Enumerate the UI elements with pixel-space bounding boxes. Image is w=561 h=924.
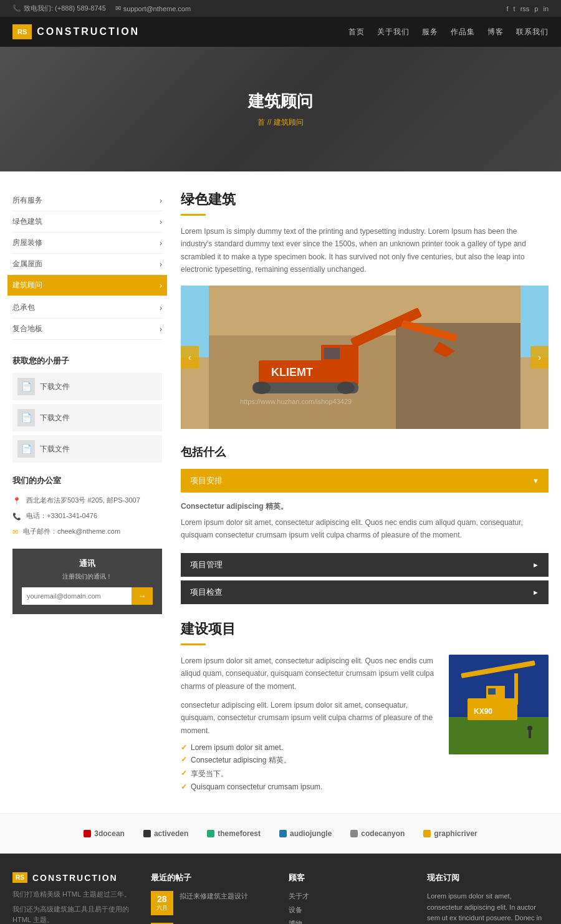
- sidebar: 所有服务 › 绿色建筑 › 房屋装修 › 金属屋面 › 建筑顾问 › 总承包 ›: [12, 190, 162, 794]
- footer-col4-title: 现在订阅: [427, 872, 549, 883]
- email-icon: ✉: [115, 4, 121, 12]
- sidebar-item-flooring[interactable]: 复合地板 ›: [12, 319, 162, 340]
- newsletter-submit[interactable]: →: [132, 587, 153, 605]
- partner-codecanyon: codecanyon: [350, 829, 405, 838]
- svg-rect-3: [396, 323, 520, 429]
- accordion-header-2[interactable]: 项目管理 ►: [181, 553, 549, 577]
- accordion-label-1: 项目安排: [190, 475, 223, 486]
- accordion-header-1[interactable]: 项目安排 ▼: [181, 469, 549, 493]
- main-content: 绿色建筑 Lorem Ipsum is simply dummy text of…: [181, 190, 549, 794]
- office-phone: 📞 电话：+3301-341-0476: [12, 511, 162, 521]
- phone-label: 电话：+3301-341-0476: [26, 511, 97, 521]
- sidebar-item-contractor[interactable]: 总承包 ›: [12, 297, 162, 319]
- social-rss[interactable]: rss: [520, 5, 530, 12]
- svg-rect-19: [488, 688, 496, 695]
- project-section: 建设项目 Lorem ipsum dolor sit amet, consect…: [181, 620, 549, 794]
- footer-links-list: 关于才 设备 博物 博客 接触: [289, 891, 408, 924]
- social-twitter[interactable]: t: [514, 5, 515, 12]
- project-text-2: consectetur adipiscing elit. Lorem ipsum…: [181, 699, 436, 737]
- partner-name: 3docean: [94, 829, 125, 838]
- accordion-body-text: Lorem ipsum dolor sit amet, consectetur …: [181, 516, 549, 542]
- nav-services[interactable]: 服务: [422, 27, 438, 37]
- sidebar-item-green[interactable]: 绿色建筑 ›: [12, 211, 162, 233]
- sidebar-item-label: 所有服务: [12, 195, 42, 206]
- partner-dot: [84, 830, 91, 837]
- section-title-green: 绿色建筑: [181, 190, 549, 209]
- hero-content: 建筑顾问 首 // 建筑顾问: [248, 90, 313, 128]
- partner-dot: [350, 830, 358, 837]
- nav-blog[interactable]: 博客: [487, 27, 504, 37]
- partners-bar: 3docean activeden themeforest audiojungl…: [0, 813, 561, 854]
- newsletter-form: →: [22, 587, 153, 605]
- checklist-item-3: 享受当下。: [181, 769, 436, 779]
- hero-banner: 建筑顾问 首 // 建筑顾问: [0, 47, 561, 171]
- nav-home[interactable]: 首页: [348, 27, 365, 37]
- nav-about[interactable]: 关于我们: [377, 27, 410, 37]
- sidebar-item-renovation[interactable]: 房屋装修 ›: [12, 233, 162, 254]
- sidebar-item-consulting[interactable]: 建筑顾问 ›: [7, 275, 167, 296]
- footer-desc-2: 我们还为高级建筑施工具且易于使用的 HTML 主题。: [12, 904, 132, 924]
- newsletter-input[interactable]: [22, 587, 132, 605]
- download-item-1[interactable]: 📄 下载文件: [12, 373, 162, 400]
- accordion-header-3[interactable]: 项目检查 ►: [181, 580, 549, 604]
- phone-icon: 📞: [12, 513, 21, 521]
- includes-title: 包括什么: [181, 445, 549, 460]
- nav-contact[interactable]: 联系我们: [516, 27, 549, 37]
- sidebar-item-label: 金属屋面: [12, 259, 42, 269]
- footer-logo-box: RS: [12, 872, 27, 883]
- partner-dot: [279, 830, 287, 837]
- footer-link-3[interactable]: 博物: [289, 920, 302, 924]
- partner-name: audiojungle: [290, 829, 332, 838]
- newsletter-subtitle: 注册我们的通讯！: [22, 572, 153, 581]
- sidebar-item-label: 房屋装修: [12, 238, 42, 248]
- top-bar-social: f t rss p in: [507, 5, 549, 12]
- download-item-3[interactable]: 📄 下载文件: [12, 435, 162, 463]
- partner-dot: [207, 830, 214, 837]
- footer-col3-title: 顾客: [289, 872, 408, 883]
- location-icon: 📍: [12, 497, 21, 505]
- arrow-icon: ›: [160, 239, 162, 248]
- arrow-icon: ›: [160, 218, 162, 226]
- carousel-next[interactable]: ›: [530, 346, 549, 368]
- office-address: 📍 西北老布法罗503号 #205, 邮PS-3007: [12, 496, 162, 505]
- sidebar-item-all-services[interactable]: 所有服务 ›: [12, 190, 162, 211]
- arrow-icon: ›: [160, 304, 162, 312]
- social-pinterest[interactable]: p: [534, 5, 538, 12]
- carousel-prev[interactable]: ‹: [181, 346, 199, 368]
- breadcrumb-current: 建筑顾问: [274, 118, 304, 127]
- footer: RS CONSTRUCTION 我们打造精美级 HTML 主题超过三年。 我们还…: [0, 854, 561, 924]
- footer-logo: RS CONSTRUCTION: [12, 872, 132, 883]
- project-text-1: Lorem ipsum dolor sit amet, consectetur …: [181, 655, 436, 693]
- download-label: 下载文件: [40, 382, 70, 392]
- sidebar-item-metal[interactable]: 金属屋面 ›: [12, 254, 162, 275]
- file-icon: 📄: [17, 409, 35, 426]
- main-nav: 首页 关于我们 服务 作品集 博客 联系我们: [348, 27, 549, 37]
- news-text-1: 拟迁来修建筑主题设计: [180, 891, 248, 902]
- news-month-1: 六月: [156, 904, 168, 912]
- file-icon: 📄: [17, 440, 35, 458]
- download-label: 下载文件: [40, 444, 70, 455]
- footer-col-news: 最近的帖子 28 六月 拟迁来修建筑主题设计 28 六月 拟迁来修建筑主题设计: [151, 872, 271, 924]
- footer-link-2[interactable]: 设备: [289, 906, 302, 913]
- logo: RS CONSTRUCTION: [12, 24, 140, 39]
- carousel-image: KLIEMT https://www.huzhan.com/ishop43429: [181, 286, 549, 429]
- accordion-body-1: Consectetur adipiscing 精英。 Lorem ipsum d…: [181, 493, 549, 549]
- news-date-1: 28 六月: [151, 891, 173, 915]
- partner-name: themeforest: [218, 829, 261, 838]
- footer-news-1: 28 六月 拟迁来修建筑主题设计: [151, 891, 271, 915]
- accordion-item-1: 项目安排 ▼ Consectetur adipiscing 精英。 Lorem …: [181, 469, 549, 549]
- footer-col-links: 顾客 关于才 设备 博物 博客 接触: [289, 872, 408, 924]
- download-item-2[interactable]: 📄 下载文件: [12, 404, 162, 431]
- partner-name: graphicriver: [434, 829, 477, 838]
- breadcrumb-home: 首: [257, 118, 265, 127]
- social-linkedin[interactable]: in: [543, 5, 549, 12]
- accordion-label-2: 项目管理: [190, 559, 223, 570]
- email-label: 电子邮件：cheek@ntheme.com: [23, 527, 120, 536]
- social-facebook[interactable]: f: [507, 5, 509, 12]
- nav-portfolio[interactable]: 作品集: [451, 27, 475, 37]
- partner-name: activeden: [154, 829, 188, 838]
- project-content: Lorem ipsum dolor sit amet, consectetur …: [181, 655, 549, 794]
- footer-link-1[interactable]: 关于才: [289, 892, 309, 900]
- download-label: 下载文件: [40, 413, 70, 423]
- newsletter-box: 通讯 注册我们的通讯！ →: [12, 549, 162, 614]
